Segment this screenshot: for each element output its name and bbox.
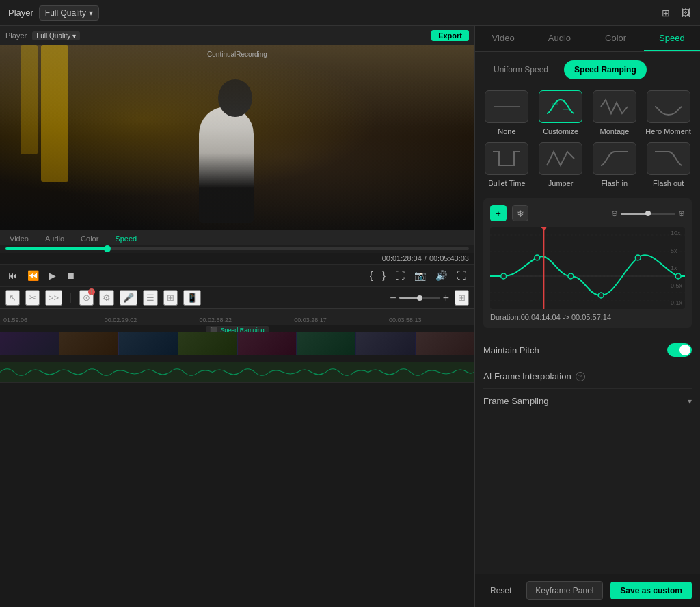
playback-controls: ⏮ ⏪ ▶ ⏹ { } ⛶ 📷 🔊 ⛶	[0, 264, 474, 286]
snowflake-btn[interactable]: ❄	[512, 205, 528, 221]
mini-tab-audio[interactable]: Audio	[41, 232, 68, 245]
more-tools[interactable]: >>	[45, 290, 62, 306]
curve-area[interactable]: 10x 5x 1x 0.5x 0.1x	[490, 227, 685, 309]
ruler-tick-1: 01:59:06	[3, 316, 27, 323]
preset-label-bullet: Bullet Time	[488, 179, 525, 187]
screen-btn[interactable]: ⛶	[392, 269, 407, 282]
top-bar-left: Player Full Quality ▾	[8, 5, 654, 21]
audio-btn[interactable]: 🔊	[433, 269, 450, 282]
audio-track[interactable]	[0, 362, 474, 383]
right-tab-video[interactable]: Video	[475, 26, 531, 51]
zoom-bar: − +	[390, 292, 449, 304]
preset-item-flash-in[interactable]: Flash in	[591, 142, 638, 187]
svg-point-24	[598, 293, 604, 298]
preset-item-montage[interactable]: Montage	[591, 90, 638, 135]
right-panel: Video Audio Color Speed Uniform Speed Sp…	[474, 26, 700, 607]
preset-item-none[interactable]: None	[483, 90, 530, 135]
zoom-out-btn[interactable]: −	[390, 292, 396, 304]
preset-label-montage: Montage	[600, 127, 629, 135]
help-icon[interactable]: ?	[576, 372, 585, 381]
progress-bar-area	[0, 245, 474, 253]
preset-item-customize[interactable]: Customize	[537, 90, 584, 135]
preset-item-hero[interactable]: Hero Moment	[645, 90, 692, 135]
total-time: 00:05:43:03	[429, 254, 469, 262]
preset-icon-none	[485, 90, 528, 123]
preset-label-hero: Hero Moment	[645, 127, 691, 135]
grid-view-btn[interactable]: ⊞	[455, 290, 469, 306]
ai-interpolation-label: AI Frame Interpolation	[483, 371, 571, 381]
progress-thumb[interactable]	[104, 245, 111, 252]
ruler-tick-5: 00:03:58:13	[389, 316, 422, 323]
preset-grid: None Customize	[483, 90, 692, 187]
add-keyframe-btn[interactable]: +	[490, 205, 507, 221]
right-tab-speed[interactable]: Speed	[644, 26, 700, 51]
save-custom-button[interactable]: Save as custom	[610, 582, 692, 599]
preset-icon-hero	[647, 90, 690, 123]
speed-content: Uniform Speed Speed Ramping None	[475, 52, 700, 574]
right-tab-color[interactable]: Color	[588, 26, 644, 51]
speed-tab-ramping[interactable]: Speed Ramping	[564, 60, 647, 79]
cut-tool[interactable]: ✂	[25, 290, 40, 306]
reset-button[interactable]: Reset	[483, 582, 518, 599]
out-point-button[interactable]: }	[379, 269, 388, 282]
preset-item-jumper[interactable]: Jumper	[537, 142, 584, 187]
frame-sampling-row[interactable]: Frame Sampling ▾	[483, 389, 692, 413]
preset-label-none: None	[498, 127, 515, 135]
mic-tool[interactable]: 🎤	[120, 290, 137, 306]
frame-back-button[interactable]: ⏪	[25, 269, 42, 282]
timeline-area: 00:01:28:04 / 00:05:43:03 ⏮ ⏪ ▶ ⏹ { } ⛶ …	[0, 245, 474, 607]
ruler-tick-4: 00:03:28:17	[294, 316, 327, 323]
player-mini-label: Player	[5, 31, 27, 40]
curve-labels: 10x 5x 1x 0.5x 0.1x	[671, 227, 682, 309]
zoom-in-btn[interactable]: +	[443, 292, 449, 304]
keyframe-panel-button[interactable]: Keyframe Panel	[526, 581, 602, 600]
preset-item-bullet[interactable]: Bullet Time	[483, 142, 530, 187]
stop-button[interactable]: ⏹	[63, 269, 78, 282]
timeline-tools: ↖ ✂ >> ! ⊙ ⚙ 🎤 ☰ ⊞ 📱 −	[0, 286, 474, 308]
bottom-actions: Reset Keyframe Panel Save as custom	[475, 574, 700, 607]
export-button[interactable]: Export	[431, 30, 469, 41]
track-btn[interactable]: ! ⊙	[79, 290, 94, 306]
quality-dropdown[interactable]: Full Quality ▾	[39, 5, 99, 21]
mini-tab-color[interactable]: Color	[77, 232, 103, 245]
zoom-minus-icon[interactable]: ⊖	[611, 208, 618, 218]
video-track[interactable]	[0, 332, 474, 355]
frame-tool[interactable]: ⊞	[163, 290, 178, 306]
zoom-control: ⊖ ⊕	[611, 208, 685, 218]
play-button[interactable]: ▶	[46, 269, 59, 282]
in-point-button[interactable]: {	[367, 269, 376, 282]
speed-tab-uniform[interactable]: Uniform Speed	[483, 60, 558, 79]
media-icon[interactable]: 🖼	[679, 6, 692, 20]
preset-icon-customize	[539, 90, 582, 123]
maintain-pitch-toggle[interactable]	[667, 343, 692, 357]
progress-fill	[5, 247, 107, 250]
video-content	[0, 45, 474, 230]
video-frame: ContinualRecording	[0, 45, 474, 230]
svg-point-22	[535, 255, 540, 260]
full-screen-btn[interactable]: ⛶	[454, 269, 469, 282]
list-tool[interactable]: ☰	[143, 290, 158, 306]
main-layout: Player Full Quality ▾ Export	[0, 26, 700, 607]
grid-icon[interactable]: ⊞	[660, 6, 671, 20]
screen-tool[interactable]: 📱	[183, 290, 201, 306]
maintain-pitch-row: Maintain Pitch	[483, 336, 692, 364]
preset-icon-montage	[593, 90, 636, 123]
settings-tool[interactable]: ⚙	[99, 290, 114, 306]
preset-label-jumper: Jumper	[548, 179, 574, 187]
preset-item-flash-out[interactable]: Flash out	[645, 142, 692, 187]
zoom-track[interactable]	[621, 213, 675, 215]
player-area: Player Full Quality ▾ Export	[0, 26, 474, 245]
skip-back-button[interactable]: ⏮	[5, 269, 21, 282]
right-tab-audio[interactable]: Audio	[531, 26, 587, 51]
zoom-plus-icon[interactable]: ⊕	[678, 208, 685, 218]
curve-editor-toolbar: + ❄ ⊖ ⊕	[490, 205, 685, 221]
select-tool[interactable]: ↖	[5, 290, 20, 306]
mini-tab-video[interactable]: Video	[5, 232, 33, 245]
mini-tab-speed[interactable]: Speed	[111, 232, 141, 245]
preset-icon-flash-out	[647, 142, 690, 175]
camera-btn[interactable]: 📷	[412, 269, 429, 282]
quality-mini-dropdown[interactable]: Full Quality ▾	[32, 31, 80, 40]
timeline-ruler: 01:59:06 00:02:29:02 00:02:58:22 00:03:2…	[0, 308, 474, 325]
progress-track[interactable]	[5, 247, 469, 250]
svg-point-23	[568, 273, 574, 279]
